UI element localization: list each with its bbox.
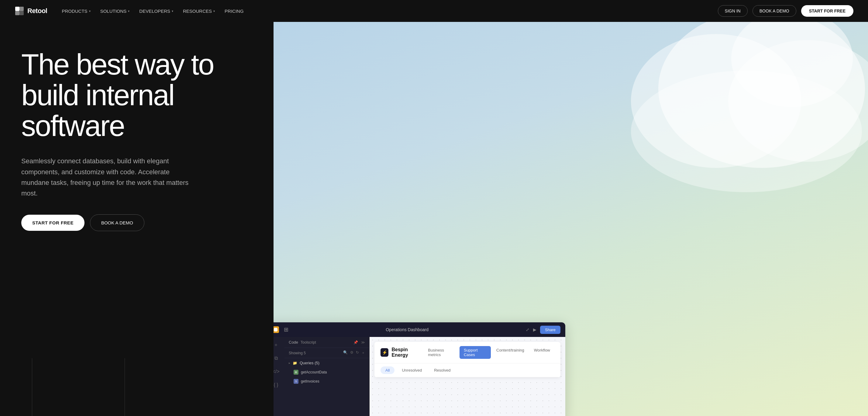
db-icon: ⊞ bbox=[293, 370, 299, 375]
chevron-down-icon: ▾ bbox=[89, 9, 91, 13]
navbar-right: SIGN IN BOOK A DEMO START FOR FREE bbox=[718, 5, 854, 17]
nav-item-pricing[interactable]: PRICING bbox=[225, 8, 244, 14]
s-icon: S bbox=[293, 379, 299, 384]
widget-actions: ⤢ ▶ Share bbox=[526, 326, 560, 334]
sign-in-button[interactable]: SIGN IN bbox=[718, 5, 748, 17]
chevron-down-icon: ▾ bbox=[172, 9, 173, 13]
code-panel-actions: 📌 ≫ bbox=[353, 340, 365, 345]
app-nav-tabs: Business metrics Support Cases Content/t… bbox=[424, 346, 554, 359]
nav-item-products[interactable]: PRODUCTS ▾ bbox=[62, 8, 90, 14]
ui-widget: ⊞ Operations Dashboard ⤢ ▶ Share ＋ ⧉ </>… bbox=[274, 322, 565, 416]
widget-sidebar: ＋ ⧉ </> { } bbox=[274, 337, 284, 416]
folder-arrow-icon: ▸ bbox=[289, 361, 290, 365]
nav-item-developers[interactable]: DEVELOPERS ▾ bbox=[139, 8, 173, 14]
filter-unresolved-button[interactable]: Unresolved bbox=[397, 366, 427, 374]
tab-workflow[interactable]: Workflow bbox=[530, 346, 554, 359]
share-button[interactable]: Share bbox=[540, 326, 560, 334]
nav-item-solutions[interactable]: SOLUTIONS ▾ bbox=[100, 8, 130, 14]
curly-icon[interactable]: { } bbox=[274, 381, 280, 389]
navbar: Retool PRODUCTS ▾ SOLUTIONS ▾ DEVELOPERS… bbox=[0, 0, 868, 22]
queries-folder[interactable]: ▸ 📁 Queries (5) bbox=[284, 358, 369, 368]
filter-all-button[interactable]: All bbox=[380, 366, 395, 374]
brand-name: Bespin Energy bbox=[392, 347, 424, 358]
chevron-down-icon: ▾ bbox=[128, 9, 129, 13]
right-section: ⊞ Operations Dashboard ⤢ ▶ Share ＋ ⧉ </>… bbox=[274, 22, 868, 416]
hero-buttons: START FOR FREE BOOK A DEMO bbox=[21, 214, 252, 231]
query-item-1[interactable]: ⊞ getAccountData bbox=[284, 368, 369, 377]
logo-text: Retool bbox=[27, 7, 47, 15]
app-card-header: ⚡ Bespin Energy Business metrics Support… bbox=[374, 342, 560, 363]
hero-book-demo-button[interactable]: BOOK A DEMO bbox=[90, 214, 144, 231]
widget-body: ＋ ⧉ </> { } Code Toolscript 📌 ≫ bbox=[274, 337, 565, 416]
pin-icon[interactable]: 📌 bbox=[353, 340, 358, 345]
main-container: The best way to build internal software … bbox=[0, 22, 868, 416]
start-free-button[interactable]: START FOR FREE bbox=[801, 5, 854, 17]
svg-rect-0 bbox=[15, 7, 20, 11]
brand-icon: ⚡ bbox=[380, 348, 389, 357]
grid-icon[interactable]: ⊞ bbox=[284, 326, 288, 333]
hero-start-free-button[interactable]: START FOR FREE bbox=[21, 215, 85, 231]
hero-title: The best way to build internal software bbox=[21, 49, 252, 141]
navbar-left: Retool PRODUCTS ▾ SOLUTIONS ▾ DEVELOPERS… bbox=[14, 6, 244, 16]
tab-business-metrics[interactable]: Business metrics bbox=[424, 346, 458, 359]
svg-rect-2 bbox=[15, 11, 20, 15]
add-query-icon[interactable]: ＋ bbox=[361, 350, 365, 355]
book-demo-button[interactable]: BOOK A DEMO bbox=[752, 5, 796, 17]
code-icon[interactable]: </> bbox=[274, 367, 280, 376]
chevron-down-icon: ▾ bbox=[213, 9, 215, 13]
filter-icon[interactable]: ⚙ bbox=[350, 350, 353, 355]
refresh-icon[interactable]: ↻ bbox=[356, 350, 359, 355]
app-panel-background: ⚡ Bespin Energy Business metrics Support… bbox=[370, 337, 565, 416]
svg-rect-3 bbox=[20, 11, 24, 15]
code-panel-title: Code Toolscript bbox=[289, 340, 316, 345]
app-filter-row: All Unresolved Resolved bbox=[374, 363, 560, 377]
query-item-2[interactable]: S getInvoices bbox=[284, 377, 369, 386]
expand-icon[interactable]: ⤢ bbox=[526, 327, 529, 332]
code-panel-header: Code Toolscript 📌 ≫ bbox=[284, 337, 369, 348]
queries-count: Showing 5 bbox=[289, 351, 306, 355]
layers-icon[interactable]: ⧉ bbox=[274, 354, 280, 362]
queries-actions: 🔍 ⚙ ↻ ＋ bbox=[343, 350, 365, 355]
app-brand: ⚡ Bespin Energy bbox=[380, 347, 424, 358]
plus-icon[interactable]: ＋ bbox=[274, 340, 280, 349]
collapse-icon[interactable]: ≫ bbox=[361, 340, 365, 345]
folder-icon: 📁 bbox=[293, 361, 297, 365]
filter-resolved-button[interactable]: Resolved bbox=[429, 366, 455, 374]
queries-header: Showing 5 🔍 ⚙ ↻ ＋ bbox=[284, 348, 369, 358]
search-icon[interactable]: 🔍 bbox=[343, 350, 348, 355]
hero-subtitle: Seamlessly connect databases, build with… bbox=[21, 156, 197, 199]
cloud-decoration bbox=[564, 22, 868, 277]
nav-links: PRODUCTS ▾ SOLUTIONS ▾ DEVELOPERS ▾ RESO… bbox=[62, 8, 243, 14]
forward-icon[interactable]: ▶ bbox=[533, 327, 536, 332]
app-card: ⚡ Bespin Energy Business metrics Support… bbox=[374, 342, 560, 377]
widget-code-panel: Code Toolscript 📌 ≫ Showing 5 🔍 ⚙ bbox=[284, 337, 370, 416]
hero-section: The best way to build internal software … bbox=[0, 22, 274, 416]
svg-rect-1 bbox=[20, 7, 24, 11]
nav-item-resources[interactable]: RESOURCES ▾ bbox=[183, 8, 215, 14]
logo[interactable]: Retool bbox=[14, 6, 47, 16]
tab-support-cases[interactable]: Support Cases bbox=[460, 346, 491, 359]
widget-title: Operations Dashboard bbox=[293, 327, 521, 332]
tab-content-training[interactable]: Content/training bbox=[492, 346, 529, 359]
widget-topbar: ⊞ Operations Dashboard ⤢ ▶ Share bbox=[274, 322, 565, 337]
widget-app-panel: ⚡ Bespin Energy Business metrics Support… bbox=[370, 337, 565, 416]
widget-logo-icon bbox=[274, 326, 279, 333]
